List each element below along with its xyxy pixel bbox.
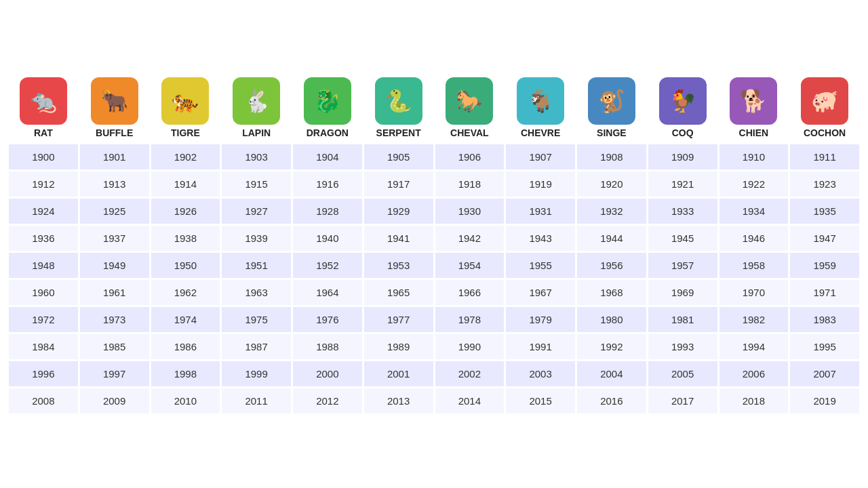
year-cell: 1938 bbox=[151, 226, 220, 251]
year-cell: 1972 bbox=[9, 307, 78, 332]
year-cell: 1960 bbox=[9, 280, 78, 305]
year-cell: 1922 bbox=[719, 171, 789, 197]
year-cell: 1941 bbox=[364, 226, 433, 251]
year-cell: 1954 bbox=[435, 253, 505, 278]
header-buffle: 🐂BUFFLE bbox=[80, 75, 149, 142]
header-serpent: 🐍SERPENT bbox=[364, 75, 433, 142]
year-cell: 1935 bbox=[790, 199, 859, 224]
year-cell: 1901 bbox=[80, 144, 149, 169]
coq-label: COQ bbox=[650, 127, 716, 138]
chien-label: CHIEN bbox=[721, 127, 787, 138]
cochon-label: COCHON bbox=[791, 127, 858, 138]
dragon-label: DRAGON bbox=[294, 127, 361, 138]
year-cell: 1925 bbox=[80, 199, 149, 224]
year-cell: 1997 bbox=[80, 361, 149, 386]
year-cell: 1900 bbox=[9, 144, 78, 169]
year-cell: 1967 bbox=[506, 280, 575, 305]
year-cell: 1978 bbox=[435, 307, 505, 332]
table-row: 1924192519261927192819291930193119321933… bbox=[9, 199, 859, 224]
cochon-icon: 🐖 bbox=[801, 77, 848, 125]
singe-label: SINGE bbox=[578, 127, 645, 138]
year-cell: 2004 bbox=[577, 361, 646, 386]
year-cell: 1963 bbox=[222, 280, 291, 305]
year-cell: 1979 bbox=[506, 307, 575, 332]
year-cell: 1955 bbox=[506, 253, 575, 278]
year-cell: 1930 bbox=[435, 199, 505, 224]
year-cell: 1991 bbox=[506, 334, 575, 359]
year-cell: 2015 bbox=[506, 388, 575, 413]
year-cell: 1974 bbox=[151, 307, 220, 332]
coq-icon: 🐓 bbox=[659, 77, 707, 125]
year-cell: 1989 bbox=[364, 334, 433, 359]
header-chien: 🐕CHIEN bbox=[719, 75, 789, 142]
buffle-label: BUFFLE bbox=[81, 127, 148, 138]
year-cell: 2002 bbox=[435, 361, 505, 386]
year-cell: 2009 bbox=[80, 388, 149, 413]
chevre-label: CHEVRE bbox=[507, 127, 574, 138]
year-cell: 1966 bbox=[435, 280, 505, 305]
year-cell: 1919 bbox=[506, 171, 575, 197]
year-cell: 1942 bbox=[435, 226, 505, 251]
year-cell: 1990 bbox=[435, 334, 505, 359]
table-row: 2008200920102011201220132014201520162017… bbox=[9, 388, 859, 413]
year-cell: 1931 bbox=[506, 199, 575, 224]
serpent-label: SERPENT bbox=[366, 127, 432, 138]
header-tigre: 🐅TIGRE bbox=[151, 75, 220, 142]
table-row: 1984198519861987198819891990199119921993… bbox=[9, 334, 859, 359]
year-cell: 1937 bbox=[80, 226, 149, 251]
year-cell: 1973 bbox=[80, 307, 149, 332]
tigre-label: TIGRE bbox=[153, 127, 219, 138]
rat-icon: 🐀 bbox=[20, 77, 67, 125]
year-cell: 2013 bbox=[364, 388, 433, 413]
year-cell: 1902 bbox=[151, 144, 220, 169]
year-cell: 1928 bbox=[293, 199, 362, 224]
year-cell: 1929 bbox=[364, 199, 433, 224]
header-dragon: 🐉DRAGON bbox=[293, 75, 362, 142]
year-cell: 1924 bbox=[9, 199, 78, 224]
year-cell: 1969 bbox=[648, 280, 717, 305]
year-cell: 1915 bbox=[222, 171, 291, 197]
year-cell: 1947 bbox=[790, 226, 859, 251]
year-cell: 1927 bbox=[222, 199, 291, 224]
year-cell: 1986 bbox=[151, 334, 220, 359]
year-cell: 2010 bbox=[151, 388, 220, 413]
year-cell: 1968 bbox=[577, 280, 646, 305]
year-cell: 1952 bbox=[293, 253, 362, 278]
year-cell: 1909 bbox=[648, 144, 717, 169]
table-row: 1900190119021903190419051906190719081909… bbox=[9, 144, 859, 169]
year-cell: 1964 bbox=[293, 280, 362, 305]
year-cell: 1940 bbox=[293, 226, 362, 251]
year-cell: 1918 bbox=[435, 171, 505, 197]
year-cell: 1917 bbox=[364, 171, 433, 197]
year-cell: 1962 bbox=[151, 280, 220, 305]
year-cell: 2001 bbox=[364, 361, 433, 386]
year-cell: 1912 bbox=[9, 171, 78, 197]
year-cell: 2003 bbox=[506, 361, 575, 386]
cheval-icon: 🐎 bbox=[446, 77, 493, 125]
year-cell: 1961 bbox=[80, 280, 149, 305]
buffle-icon: 🐂 bbox=[91, 77, 138, 125]
table-row: 1912191319141915191619171918191919201921… bbox=[9, 171, 859, 197]
year-cell: 2018 bbox=[719, 388, 789, 413]
year-cell: 1907 bbox=[506, 144, 575, 169]
year-cell: 2005 bbox=[648, 361, 717, 386]
lapin-label: LAPIN bbox=[223, 127, 290, 138]
serpent-icon: 🐍 bbox=[375, 77, 422, 125]
zodiac-table: 🐀RAT🐂BUFFLE🐅TIGRE🐇LAPIN🐉DRAGON🐍SERPENT🐎C… bbox=[7, 73, 861, 415]
year-cell: 1904 bbox=[293, 144, 362, 169]
year-cell: 1993 bbox=[648, 334, 717, 359]
year-cell: 1999 bbox=[222, 361, 291, 386]
year-cell: 1913 bbox=[80, 171, 149, 197]
header-lapin: 🐇LAPIN bbox=[222, 75, 291, 142]
year-cell: 2014 bbox=[435, 388, 505, 413]
year-cell: 2012 bbox=[293, 388, 362, 413]
dragon-icon: 🐉 bbox=[304, 77, 351, 125]
header-chevre: 🐐CHEVRE bbox=[506, 75, 575, 142]
year-cell: 1994 bbox=[719, 334, 789, 359]
year-cell: 1975 bbox=[222, 307, 291, 332]
year-cell: 1923 bbox=[790, 171, 859, 197]
main-container: 🐀RAT🐂BUFFLE🐅TIGRE🐇LAPIN🐉DRAGON🐍SERPENT🐎C… bbox=[7, 73, 861, 415]
year-cell: 2000 bbox=[293, 361, 362, 386]
year-cell: 1951 bbox=[222, 253, 291, 278]
year-cell: 1905 bbox=[364, 144, 433, 169]
